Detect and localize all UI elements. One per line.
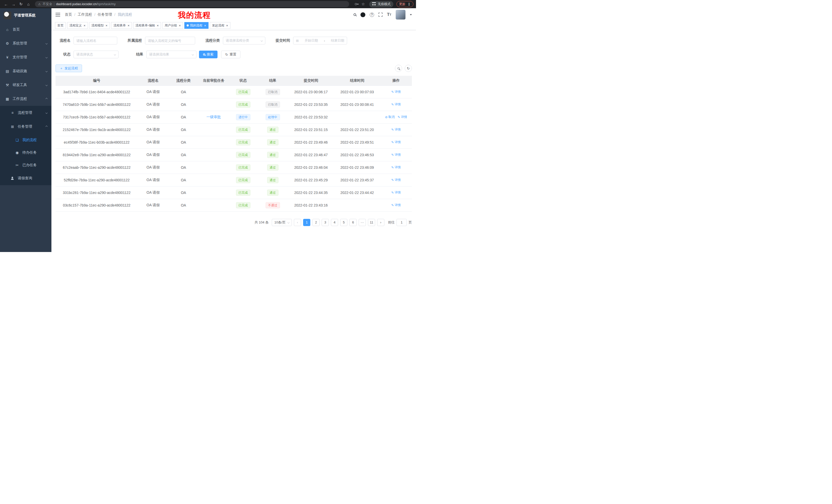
search-button[interactable]: 搜索 (199, 51, 217, 58)
close-icon[interactable]: × (83, 24, 86, 27)
close-icon[interactable]: × (226, 24, 228, 27)
sidebar-item-system[interactable]: ⚙系统管理 (0, 36, 51, 50)
key-icon[interactable] (352, 1, 359, 8)
cell-end-time: 2022-01-23 00:07:03 (334, 86, 380, 98)
hamburger-icon[interactable] (55, 13, 61, 17)
refresh-table-button[interactable]: ↻ (405, 65, 412, 72)
sidebar-item-my-process[interactable]: ❏我的流程 (0, 134, 51, 146)
update-button[interactable]: 更新 ⋮ (396, 1, 413, 7)
reload-icon[interactable]: ↻ (18, 1, 24, 8)
forward-icon[interactable]: → (10, 1, 17, 8)
user-avatar[interactable] (396, 10, 406, 20)
page-button[interactable]: 2 (312, 219, 319, 226)
sidebar-item-leave-query[interactable]: 请假查询 (0, 171, 51, 185)
tab-process-form[interactable]: 流程表单× (111, 22, 132, 29)
cell-status: 已完成 (229, 136, 257, 148)
action-detail[interactable]: ✎详情 (391, 140, 401, 144)
cell-submit-time: 2022-01-22 23:44:35 (288, 186, 334, 199)
breadcrumb-item[interactable]: 工作流程 (78, 12, 92, 17)
fullscreen-icon[interactable] (379, 12, 383, 17)
column-header: 编号 (55, 76, 138, 86)
action-detail[interactable]: ✎详情 (391, 102, 401, 107)
edit-icon: ✎ (391, 178, 394, 182)
tab-process-definition[interactable]: 流程定义× (67, 22, 88, 29)
breadcrumb-item[interactable]: 任务管理 (98, 12, 112, 17)
help-icon[interactable]: ? (370, 12, 374, 17)
address-bar[interactable]: ⚠ 不安全 dashboard.yudao.iocoder.cn/bpm/tas… (35, 1, 349, 7)
page-button[interactable]: 11 (368, 219, 375, 226)
toggle-search-button[interactable] (395, 65, 402, 72)
action-label: 详情 (395, 203, 401, 207)
action-cancel[interactable]: ⊘取消 (385, 115, 394, 119)
github-icon[interactable] (361, 12, 365, 17)
process-definition-input[interactable] (145, 37, 195, 45)
close-icon[interactable]: × (106, 24, 108, 27)
page-button[interactable]: 4 (331, 219, 338, 226)
page-button[interactable]: 6 (349, 219, 357, 226)
page-button[interactable]: 5 (340, 219, 347, 226)
action-detail[interactable]: ✎详情 (391, 190, 401, 195)
security-label[interactable]: 不安全 (43, 2, 52, 6)
search-icon[interactable] (354, 13, 356, 16)
reset-button[interactable]: ↻ 重置 (221, 51, 240, 58)
sidebar-item-task-mgmt[interactable]: ⊞任务管理 (0, 120, 51, 134)
result-select[interactable]: 请选择流结果 (146, 51, 197, 58)
omnibox-divider (54, 3, 54, 6)
cell-result: 已取消 (257, 98, 288, 111)
tab-process-model[interactable]: 流程模型× (89, 22, 110, 29)
sidebar-item-payment[interactable]: ¥支付管理 (0, 50, 51, 64)
close-icon[interactable]: × (128, 24, 130, 27)
browser-home-icon[interactable]: ⌂ (25, 1, 32, 8)
browser-menu-icon[interactable]: ⋮ (407, 2, 411, 6)
action-label: 详情 (395, 190, 401, 195)
pagination-ellipsis[interactable]: ··· (359, 219, 366, 226)
back-icon[interactable]: ← (3, 1, 9, 8)
cell-current-task: 一级审批 (199, 111, 229, 123)
cell-result: 通过 (257, 186, 288, 199)
action-detail[interactable]: ✎详情 (391, 128, 401, 132)
current-task-link[interactable]: 一级审批 (206, 115, 221, 119)
create-process-button[interactable]: ＋ 发起流程 (55, 64, 82, 72)
tab-home[interactable]: 首页 (55, 22, 66, 29)
cell-end-time: 2022-01-22 23:45:37 (334, 174, 380, 186)
action-detail[interactable]: ✎详情 (391, 178, 401, 182)
next-page-button[interactable]: › (377, 219, 384, 226)
action-detail[interactable]: ✎详情 (391, 165, 401, 170)
tab-my-process[interactable]: 我的流程× (184, 22, 209, 29)
action-detail[interactable]: ✎详情 (398, 115, 407, 119)
goto-page-input[interactable] (396, 219, 407, 226)
category-select[interactable]: 请选择流程分类 (223, 37, 265, 45)
tab-process-form-edit[interactable]: 流程表单-编辑× (133, 22, 161, 29)
submit-time-range-picker[interactable]: ⊞ 开始日期 - 结束日期 (293, 37, 347, 45)
caret-down-icon[interactable] (410, 14, 412, 16)
breadcrumb-item[interactable]: 首页 (65, 12, 72, 17)
sidebar-item-devtools[interactable]: ⚒研发工具 (0, 78, 51, 92)
tab-label: 流程表单 (113, 23, 126, 28)
sidebar-item-workflow[interactable]: ▦工作流程 (0, 92, 51, 106)
action-detail[interactable]: ✎详情 (391, 90, 401, 94)
tab-start-process[interactable]: 发起流程× (210, 22, 231, 29)
bookmark-star-icon[interactable]: ☆ (360, 1, 367, 8)
sidebar-item-home[interactable]: ⌂首页 (0, 23, 51, 36)
status-select[interactable]: 请选择状态 (74, 51, 119, 58)
page-button[interactable]: 3 (322, 219, 329, 226)
page-size-select[interactable]: 10条/页 (272, 219, 292, 226)
process-name-input[interactable] (74, 37, 117, 45)
tab-user-group[interactable]: 用户分组× (162, 22, 183, 29)
sidebar-item-infra[interactable]: ▤基础设施 (0, 64, 51, 78)
sidebar-item-todo-task[interactable]: ◉待办任务 (0, 146, 51, 159)
logo[interactable]: 芋道管理系统 (0, 8, 51, 23)
page-button[interactable]: 1 (303, 219, 310, 226)
previous-page-button[interactable]: ‹ (294, 219, 301, 226)
close-icon[interactable]: × (157, 24, 159, 27)
sidebar-item-done-task[interactable]: ✂已办任务 (0, 159, 51, 171)
font-size-icon[interactable]: TT (387, 12, 391, 17)
navbar-actions: ? TT (354, 10, 412, 20)
close-icon[interactable]: × (179, 24, 181, 27)
cell-process-id: 7470a810-7b9b-11ec-b5b7-acde48001122 (55, 98, 138, 111)
sidebar-item-process-mgmt[interactable]: ≡流程管理 (0, 106, 51, 120)
action-detail[interactable]: ✎详情 (391, 203, 401, 207)
action-detail[interactable]: ✎详情 (391, 152, 401, 157)
close-icon[interactable]: × (204, 24, 206, 27)
status-tag: 已完成 (236, 102, 251, 108)
